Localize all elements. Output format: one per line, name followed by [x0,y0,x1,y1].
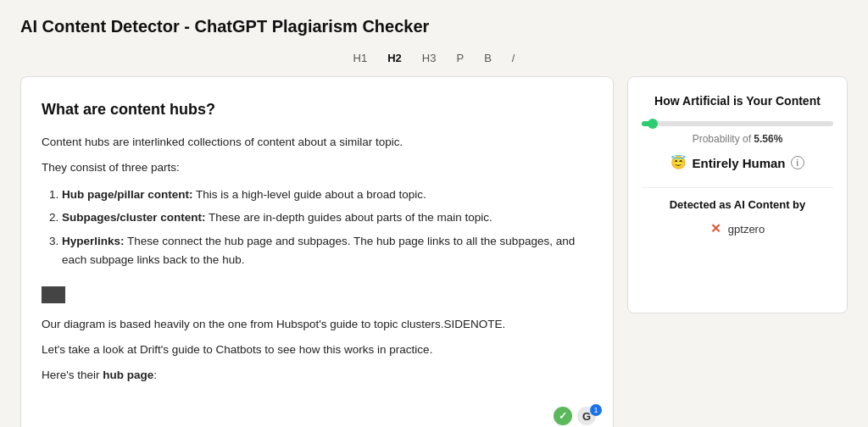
progress-dot [648,119,658,129]
hub-page-link: hub page [103,369,153,381]
toolbar-btn-p[interactable]: P [451,50,469,66]
toolbar-btn-h3[interactable]: H3 [417,50,442,66]
verdict-text: Entirely Human [692,156,785,170]
list-item-bold-2: Subpages/cluster content: [62,211,206,224]
toolbar-btn-/[interactable]: / [507,50,520,66]
editor-paragraph-2: They consist of three parts: [42,158,593,177]
info-icon[interactable]: i [791,156,804,169]
editor-panel: What are content hubs? Content hubs are … [20,76,614,427]
editor-paragraph-3: Our diagram is based heavily on the one … [42,315,593,334]
editor-paragraph-1: Content hubs are interlinked collections… [42,133,593,152]
list-item: Subpages/cluster content: These are in-d… [62,208,593,227]
x-icon: ✕ [710,221,721,236]
toolbar-btn-h2[interactable]: H2 [382,50,407,66]
editor-heading: What are content hubs? [42,97,593,123]
progress-bar [642,121,833,126]
editor-paragraph-5: Here's their hub page: [42,366,593,385]
main-layout: What are content hubs? Content hubs are … [20,76,848,427]
list-item: Hyperlinks: These connect the hub page a… [62,232,593,270]
divider [642,187,833,188]
list-item: Hub page/pillar content: This is a high-… [62,186,593,204]
grammarly-g-icon: G 1 [577,407,599,427]
toolbar-btn-b[interactable]: B [479,50,497,66]
detector-name: gptzero [728,223,765,236]
editor-paragraph-4: Let's take a look at Drift's guide to Ch… [42,341,593,359]
app-title: AI Content Detector - ChatGPT Plagiarism… [20,17,848,36]
list-item-bold-1: Hub page/pillar content: [62,188,193,201]
grammarly-check-icon: ✓ [554,407,574,427]
grammarly-icons-area: ✓ G 1 [21,402,613,427]
verdict: 😇 Entirely Human i [642,155,833,170]
image-placeholder [42,286,65,303]
results-panel: How Artificial is Your Content Probabili… [627,76,848,313]
formatting-toolbar: H1H2H3PB/ [20,50,848,66]
editor-content[interactable]: What are content hubs? Content hubs are … [21,77,613,402]
editor-list: Hub page/pillar content: This is a high-… [62,186,593,269]
detected-title: Detected as AI Content by [642,198,833,211]
results-title: How Artificial is Your Content [642,94,833,108]
verdict-emoji: 😇 [670,155,687,170]
list-item-bold-3: Hyperlinks: [62,235,125,247]
probability-label: Probability of 5.56% [642,133,833,145]
detector-item: ✕ gptzero [642,221,833,236]
toolbar-btn-h1[interactable]: H1 [348,50,373,66]
